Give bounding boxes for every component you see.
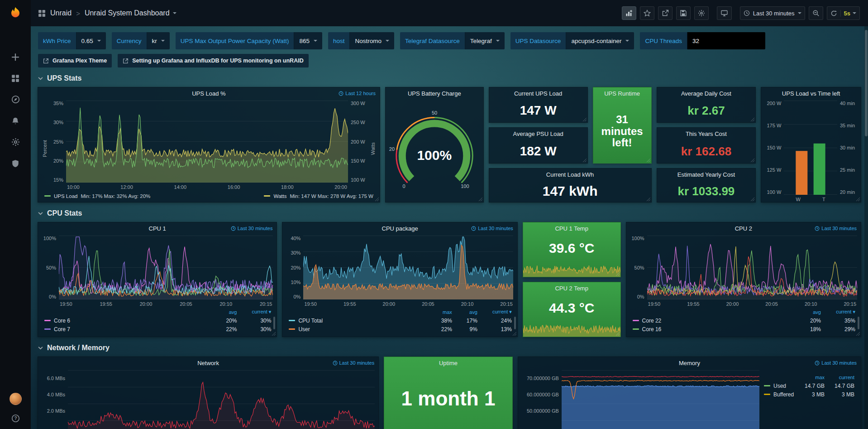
save-dashboard-button[interactable]	[676, 6, 691, 20]
legend-sort-current[interactable]: current ▾	[237, 309, 271, 315]
dashboards-grid-icon	[11, 74, 19, 82]
scrollbar-thumb[interactable]	[865, 30, 868, 136]
legend-scrollbar[interactable]	[514, 317, 516, 329]
legend-sort-current[interactable]: current	[825, 375, 854, 380]
legend-row[interactable]: Core 7 22% 30%	[44, 325, 271, 333]
sidebar-item-server-admin[interactable]	[0, 153, 31, 174]
page-scrollbar[interactable]	[864, 26, 868, 429]
legend-sort-avg[interactable]: avg	[452, 309, 477, 315]
y-axis: 70.000000 GB60.000000 GB50.000000 GB	[522, 370, 562, 429]
zoom-out-time-button[interactable]	[809, 6, 823, 20]
memory-chart[interactable]	[562, 370, 759, 429]
cpu1-chart[interactable]	[59, 236, 273, 299]
sidebar-item-dashboards[interactable]	[0, 67, 31, 89]
legend-item[interactable]: UPS Load Min: 17% Max: 32% Avg: 20%	[44, 193, 150, 199]
add-panel-button[interactable]	[622, 6, 636, 20]
time-range-badge[interactable]: Last 12 hours	[339, 91, 376, 96]
ups-bars-chart[interactable]	[784, 101, 837, 195]
panel-title[interactable]: This Years Cost	[657, 128, 756, 140]
legend-scrollbar[interactable]	[858, 317, 859, 329]
legend-row[interactable]: Used 14.7 GB 14.7 GB	[764, 381, 854, 390]
chevron-down-icon	[38, 212, 43, 215]
variable-value-dropdown[interactable]: 865	[294, 32, 322, 49]
panel-title[interactable]: Estimated Yearly Cost	[657, 169, 756, 180]
panel-title[interactable]: Average Daily Cost	[657, 87, 756, 99]
panel-title[interactable]: Network	[38, 357, 378, 369]
cpu-threads-input[interactable]	[687, 32, 765, 49]
cpu-package-chart[interactable]	[303, 236, 513, 299]
chevron-down-icon	[798, 12, 801, 14]
sidebar-item-alerting[interactable]	[0, 110, 31, 131]
panel-title[interactable]: UPS Load %	[38, 87, 380, 99]
variable-label: host	[328, 32, 350, 49]
legend-sort-avg[interactable]: avg	[792, 309, 821, 315]
legend-item[interactable]: Watts Min: 147 W Max: 278 W Avg: 175 W	[264, 193, 373, 199]
panel-title[interactable]: CPU 2 Temp	[523, 282, 620, 294]
section-header-cpu-stats[interactable]: CPU Stats	[31, 209, 868, 217]
y-axis-right: 300 W250 W200 W150 W100 W	[348, 101, 370, 190]
legend-row[interactable]: Core 16 18% 29%	[633, 325, 855, 333]
legend-sort-max[interactable]: max	[795, 375, 825, 380]
legend-sort-max[interactable]: max	[427, 309, 452, 315]
legend-value: 13%	[477, 326, 512, 333]
legend-sort-current[interactable]: current ▾	[477, 309, 512, 315]
network-chart[interactable]	[68, 370, 375, 429]
time-range-badge[interactable]: Last 30 minutes	[333, 360, 375, 366]
time-range-badge[interactable]: Last 30 minutes	[815, 360, 857, 366]
grafana-flame-icon	[8, 6, 23, 21]
share-dashboard-button[interactable]	[658, 6, 672, 20]
chart-canvas	[523, 260, 620, 277]
sidebar-item-explore[interactable]	[0, 89, 31, 110]
breadcrumb-app[interactable]: Unraid	[50, 9, 72, 17]
panel-title[interactable]: UPS Battery Charge	[386, 87, 483, 99]
ups-load-chart[interactable]	[66, 101, 348, 183]
tick-label: 20%	[291, 265, 300, 270]
legend-sort-current[interactable]: current ▾	[821, 309, 855, 315]
legend-row[interactable]: Core 6 20% 30%	[44, 316, 271, 325]
cycle-view-mode-button[interactable]	[717, 6, 732, 20]
time-range-badge[interactable]: Last 30 minutes	[815, 226, 857, 231]
section-header-network-memory[interactable]: Network / Memory	[31, 344, 868, 352]
legend-row[interactable]: Core 22 20% 35%	[633, 316, 855, 325]
panel-title[interactable]: Uptime	[384, 357, 512, 369]
variable-value-dropdown[interactable]: apcupsd-container	[566, 32, 634, 49]
variable-value-dropdown[interactable]: 0.65	[76, 32, 106, 49]
legend-scrollbar[interactable]	[273, 317, 275, 329]
cpu2-chart[interactable]	[647, 236, 857, 299]
refresh-interval[interactable]: 5s	[840, 10, 856, 17]
panel-title[interactable]: CPU 1 Temp	[523, 222, 620, 234]
variable-value-dropdown[interactable]: kr	[147, 32, 170, 49]
sidebar-item-create[interactable]	[0, 46, 31, 67]
panel-title[interactable]: Average PSU Load	[489, 128, 587, 140]
variable-value-dropdown[interactable]: Telegraf	[465, 32, 505, 49]
panel-title[interactable]: Memory	[518, 357, 861, 369]
section-header-ups-stats[interactable]: UPS Stats	[31, 74, 868, 82]
panel-title[interactable]: UPS Load vs Time left	[761, 87, 861, 99]
panel-uptime: Uptime 1 month 1	[384, 357, 513, 429]
panel-title[interactable]: Current Load kWh	[489, 169, 651, 180]
link-grafana-plex-theme[interactable]: Grafana Plex Theme	[38, 54, 112, 67]
gear-icon	[11, 138, 20, 146]
panel-title[interactable]: UPS Runtime	[593, 87, 651, 99]
grafana-logo[interactable]	[6, 5, 24, 23]
sidebar-item-help[interactable]: ?	[10, 414, 22, 423]
link-ups-monitoring-guide[interactable]: Setting up Grafana and InfluxDB for UPS …	[118, 54, 308, 67]
dashboard-title[interactable]: Unraid System Dashboard	[85, 9, 176, 17]
legend-value: 18%	[792, 326, 821, 333]
time-range-badge[interactable]: Last 30 minutes	[231, 226, 273, 231]
dashboard-settings-button[interactable]	[694, 6, 709, 20]
time-range-badge[interactable]: Last 30 minutes	[471, 226, 513, 231]
legend-row[interactable]: CPU Total 38% 17% 24%	[289, 316, 511, 325]
panel-title[interactable]: Current UPS Load	[489, 87, 587, 99]
user-avatar[interactable]	[10, 393, 22, 405]
time-range-picker[interactable]: Last 30 minutes	[740, 6, 805, 20]
x-axis: 19:5019:5520:0020:0520:1020:15	[59, 299, 273, 307]
legend-sort-avg[interactable]: avg	[208, 309, 237, 315]
sidebar-item-configuration[interactable]	[0, 131, 31, 153]
refresh-picker[interactable]: 5s	[827, 6, 860, 20]
legend-row[interactable]: Buffered 3 MB 3 MB	[764, 390, 854, 399]
legend-row[interactable]: User 22% 9% 13%	[289, 325, 511, 333]
variable-value-dropdown[interactable]: Nostromo	[350, 32, 394, 49]
app-root: ? Unraid > Unraid System Dashboard	[0, 0, 868, 429]
star-dashboard-button[interactable]	[640, 6, 654, 20]
